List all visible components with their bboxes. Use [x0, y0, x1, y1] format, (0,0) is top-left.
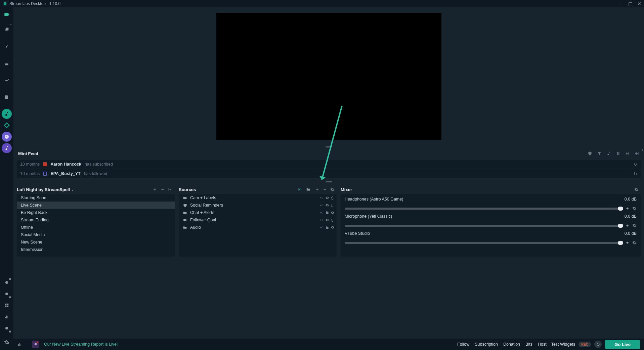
test-widgets-button[interactable]: Test Widgets	[551, 342, 575, 347]
plugin-2-icon[interactable]	[2, 289, 12, 299]
lock-icon[interactable]	[325, 225, 329, 229]
refresh-icon[interactable]	[331, 218, 335, 222]
svg-point-6	[5, 293, 8, 295]
event-filter-subscription[interactable]: Subscription	[475, 342, 498, 347]
app-title: Streamlabs Desktop - 1.10.0	[9, 1, 60, 6]
add-source-icon[interactable]: ＋	[314, 186, 320, 193]
volume-slider[interactable]	[345, 242, 623, 244]
feed-row[interactable]: 10 months EPA_Busty_YT has followed ↻	[17, 169, 641, 178]
source-item[interactable]: Audio	[179, 224, 337, 231]
event-filter-follow[interactable]: Follow	[457, 342, 469, 347]
plugin-3-icon[interactable]	[2, 323, 12, 333]
volume-slider[interactable]	[345, 208, 623, 210]
event-filter-host[interactable]: Host	[538, 342, 547, 347]
signal-icon[interactable]	[297, 186, 303, 192]
eye-icon[interactable]	[325, 218, 329, 222]
signal-icon[interactable]	[320, 203, 324, 207]
bars-icon[interactable]	[2, 312, 12, 322]
refresh-icon[interactable]	[331, 196, 335, 200]
chart-icon[interactable]	[2, 75, 12, 85]
event-filter-bits[interactable]: Bits	[525, 342, 532, 347]
scene-item[interactable]: Be Right Back	[17, 209, 175, 216]
signal-icon[interactable]	[320, 225, 324, 229]
mixer-settings-icon[interactable]	[634, 187, 639, 192]
eye-icon[interactable]	[325, 203, 329, 207]
feed-row[interactable]: 10 months Aaron Hancock has subscribed ↻	[17, 160, 641, 169]
source-settings-icon[interactable]	[330, 187, 335, 192]
signal-icon[interactable]	[320, 211, 324, 215]
drag-handle-2[interactable]	[13, 180, 644, 183]
eye-icon[interactable]	[331, 225, 335, 229]
add-scene-icon[interactable]: ＋	[152, 186, 158, 193]
skip-icon[interactable]	[625, 151, 630, 156]
volume-slider[interactable]	[345, 225, 623, 227]
record-button[interactable]: REC	[578, 342, 591, 347]
titlebar: Streamlabs Desktop - 1.10.0 ─ ▢ ✕	[0, 0, 644, 7]
scene-item[interactable]: Live Scene	[17, 202, 175, 209]
source-item[interactable]: Follower Goal	[179, 216, 337, 224]
filter-icon[interactable]	[597, 151, 602, 156]
signal-icon[interactable]	[320, 196, 324, 200]
svg-point-1	[5, 45, 5, 45]
eye-icon[interactable]	[325, 196, 329, 200]
scene-item[interactable]: Stream Ending	[17, 216, 175, 224]
shield-icon[interactable]	[588, 151, 592, 156]
sources-panel: Sources ＋ − Cam + LabelsSocial Reminders…	[179, 185, 337, 257]
gear-icon[interactable]	[632, 240, 637, 245]
speaker-icon[interactable]	[626, 223, 630, 228]
volume-icon[interactable]	[635, 151, 639, 156]
lock-icon[interactable]	[325, 211, 329, 215]
speaker-icon[interactable]	[626, 240, 630, 245]
news-link[interactable]: Our New Live Streaming Report is Live!	[44, 342, 118, 347]
speaker-icon[interactable]	[626, 206, 630, 211]
magic-icon[interactable]	[2, 42, 12, 52]
event-filter-donation[interactable]: Donation	[503, 342, 520, 347]
source-item[interactable]: Chat + Alerts	[179, 209, 337, 216]
drag-handle-1[interactable]	[13, 145, 644, 148]
store-icon[interactable]	[2, 58, 12, 69]
source-item[interactable]: Cam + Labels	[179, 194, 337, 202]
stats-icon[interactable]	[17, 342, 22, 347]
window-minimize-icon[interactable]: ─	[620, 1, 624, 6]
notification-bell-icon[interactable]	[32, 341, 39, 348]
music-app-2-icon[interactable]	[2, 143, 12, 153]
signal-icon[interactable]	[320, 218, 324, 222]
transition-icon[interactable]	[167, 186, 173, 192]
source-item[interactable]: Social Reminders	[179, 202, 337, 209]
refresh-icon[interactable]: ↻	[634, 171, 637, 176]
pause-icon[interactable]	[616, 151, 620, 156]
remove-source-icon[interactable]: −	[323, 186, 327, 193]
remove-scene-icon[interactable]: −	[161, 186, 165, 193]
scene-item[interactable]: Intermission	[17, 246, 175, 253]
right-collapse-icon[interactable]: ‹	[641, 147, 644, 153]
scene-item[interactable]: Offline	[17, 224, 175, 231]
gear-icon[interactable]	[632, 206, 637, 211]
music-app-icon[interactable]	[2, 109, 12, 119]
scene-item[interactable]: Social Media	[17, 231, 175, 238]
camera-icon[interactable]	[2, 9, 12, 19]
clapper-icon[interactable]	[2, 92, 12, 102]
scene-collection-dropdown[interactable]: Lofi Night by StreamSpell ⌄	[17, 187, 74, 192]
settings-icon[interactable]	[2, 337, 12, 347]
preview-canvas[interactable]	[216, 13, 441, 140]
folder-icon[interactable]	[305, 186, 311, 192]
replay-buffer-icon[interactable]: ↻	[594, 341, 602, 348]
diamond-icon[interactable]	[2, 120, 12, 130]
music-icon[interactable]	[606, 151, 611, 156]
scene-item[interactable]: New Scene	[17, 238, 175, 246]
plugin-1-icon[interactable]	[2, 277, 12, 288]
go-live-button[interactable]: Go Live	[605, 340, 640, 349]
gear-icon[interactable]	[632, 223, 637, 228]
refresh-icon[interactable]	[331, 203, 335, 207]
grid-icon[interactable]	[2, 300, 12, 310]
refresh-icon[interactable]: ↻	[634, 162, 637, 167]
track-name: Headphones (Astro A50 Game)	[345, 197, 403, 202]
clock-app-icon[interactable]	[2, 132, 12, 142]
layers-icon[interactable]	[2, 25, 12, 35]
scene-item[interactable]: Starting Soon	[17, 194, 175, 202]
window-maximize-icon[interactable]: ▢	[628, 1, 633, 6]
svg-point-19	[321, 205, 322, 206]
svg-rect-10	[7, 306, 9, 307]
window-close-icon[interactable]: ✕	[637, 1, 641, 6]
eye-icon[interactable]	[331, 211, 335, 215]
